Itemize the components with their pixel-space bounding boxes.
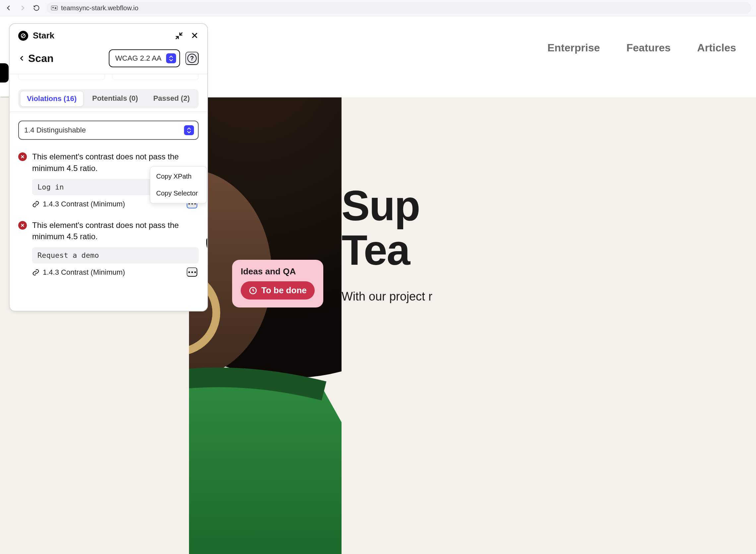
hero-subtitle: With our project r: [342, 290, 433, 303]
hero-line-1: Sup: [342, 183, 420, 228]
nav-link-articles[interactable]: Articles: [697, 42, 736, 54]
wcag-category-select[interactable]: 1.4 Distinguishable: [18, 121, 199, 140]
hero-line-2: Tea: [342, 228, 420, 272]
result-tabs: Violations (16) Potentials (0) Passed (2…: [18, 89, 199, 108]
hero-photo: [189, 97, 342, 554]
violation-message: This element's contrast does not pass th…: [32, 220, 199, 243]
panel-toolbar: Scan WCAG 2.2 AA ?: [10, 45, 207, 74]
question-icon: ?: [187, 54, 197, 63]
minimize-icon: [175, 32, 183, 40]
svg-line-6: [21, 34, 24, 37]
stark-logo-icon: [18, 31, 28, 41]
more-icon: [188, 271, 196, 273]
violation-reference[interactable]: 1.4.3 Contrast (Minimum): [32, 268, 199, 277]
qa-badge-card: Ideas and QA To be done: [232, 260, 323, 308]
error-badge-icon: [18, 221, 27, 230]
wcag-level-label: WCAG 2.2 AA: [115, 54, 161, 63]
brand-name: Stark: [33, 31, 54, 41]
wcag-level-select[interactable]: WCAG 2.2 AA: [109, 49, 180, 67]
nav-back-button[interactable]: [5, 4, 13, 12]
tab-passed[interactable]: Passed (2): [147, 91, 196, 107]
site-info-icon[interactable]: [51, 6, 58, 10]
hero-headline: Sup Tea: [342, 183, 420, 273]
nav-link-features[interactable]: Features: [626, 42, 670, 54]
close-button[interactable]: [191, 32, 199, 40]
clock-icon: [249, 286, 257, 295]
link-icon: [32, 201, 40, 208]
back-to-scan[interactable]: Scan: [18, 52, 53, 65]
select-stepper-icon: [184, 125, 194, 135]
browser-toolbar: teamsync-stark.webflow.io: [0, 0, 756, 16]
stark-panel: Stark Scan WCAG 2.2 AA: [9, 23, 208, 312]
qa-badge-title: Ideas and QA: [241, 266, 315, 277]
qa-status-text: To be done: [261, 285, 307, 295]
tab-potentials[interactable]: Potentials (0): [86, 91, 145, 107]
qa-status-pill: To be done: [241, 281, 315, 299]
panel-body: 1.4 Distinguishable This element's contr…: [10, 112, 207, 296]
nav-reload-button[interactable]: [33, 4, 41, 12]
nav-link-enterprise[interactable]: Enterprise: [547, 42, 600, 54]
close-icon: [191, 32, 199, 40]
summary-placeholder-row: [10, 74, 207, 86]
brand: Stark: [18, 31, 54, 41]
chevron-left-icon: [18, 55, 26, 62]
link-icon: [32, 269, 40, 276]
help-button[interactable]: ?: [185, 52, 199, 65]
menu-copy-selector[interactable]: Copy Selector: [150, 185, 207, 202]
panel-header: Stark: [10, 24, 207, 45]
context-menu: Copy XPath Copy Selector: [150, 166, 207, 204]
url-text: teamsync-stark.webflow.io: [61, 4, 138, 12]
category-label: 1.4 Distinguishable: [24, 126, 86, 134]
violation-item: This element's contrast does not pass th…: [18, 220, 199, 277]
error-badge-icon: [18, 152, 27, 161]
violation-more-button[interactable]: [187, 267, 197, 277]
tab-violations[interactable]: Violations (16): [20, 91, 84, 107]
minimize-button[interactable]: [175, 32, 183, 40]
nav-forward-button[interactable]: [18, 4, 27, 12]
menu-copy-xpath[interactable]: Copy XPath: [150, 168, 207, 185]
select-stepper-icon: [166, 53, 176, 63]
violation-element-text: Request a demo: [32, 247, 199, 263]
back-label: Scan: [28, 52, 53, 65]
url-bar[interactable]: teamsync-stark.webflow.io: [46, 2, 751, 14]
